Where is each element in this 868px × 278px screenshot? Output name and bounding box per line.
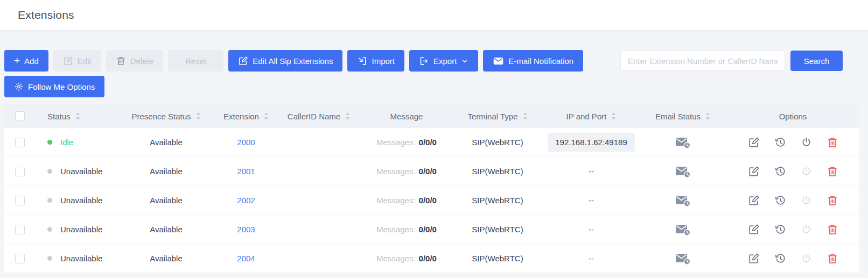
ip-and-port: --	[589, 225, 594, 234]
column-header-presence-status[interactable]: Presence Status	[116, 112, 216, 121]
sort-icon[interactable]	[523, 112, 528, 120]
extension-link[interactable]: 2003	[237, 225, 255, 234]
message-value: 0/0/0	[419, 138, 437, 147]
row-delete-button[interactable]	[827, 253, 838, 265]
row-delete-button[interactable]	[827, 137, 838, 148]
reset-button[interactable]: Reset	[168, 50, 223, 72]
sort-icon[interactable]	[75, 112, 80, 120]
table-body: Idle Available 2000 Messages: 0/0/0 SIP(…	[4, 128, 859, 273]
terminal-type: SIP(WebRTC)	[452, 196, 543, 205]
email-status-icon	[675, 252, 691, 265]
row-checkbox[interactable]	[15, 167, 25, 176]
import-icon	[357, 56, 367, 66]
delete-button[interactable]: Delete	[106, 50, 163, 72]
row-power-button[interactable]	[801, 137, 812, 148]
row-power-button[interactable]	[801, 166, 812, 177]
edit-icon	[238, 56, 248, 66]
row-edit-button[interactable]	[748, 137, 760, 148]
search-group: Search	[620, 51, 843, 71]
row-history-reset-button[interactable]	[774, 137, 786, 148]
toolbar: + Add Edit Delete Reset Edit All Sip Ext…	[4, 31, 859, 97]
message-value: 0/0/0	[419, 254, 437, 263]
page-titlebar: Extensions	[0, 0, 868, 31]
edit-icon	[63, 56, 73, 66]
sort-icon[interactable]	[264, 112, 269, 120]
terminal-type: SIP(WebRTC)	[452, 254, 543, 263]
column-header-status[interactable]: Status	[36, 112, 116, 121]
sort-icon[interactable]	[611, 112, 616, 120]
extension-link[interactable]: 2002	[237, 196, 255, 205]
email-notification-button[interactable]: E-mail Notification	[483, 50, 583, 72]
status-dot	[47, 140, 52, 145]
presence-status: Available	[116, 138, 216, 147]
row-history-reset-button[interactable]	[774, 224, 786, 236]
status-label: Idle	[60, 138, 73, 147]
row-edit-button[interactable]	[748, 224, 760, 236]
edit-button[interactable]: Edit	[53, 50, 101, 72]
search-button[interactable]: Search	[790, 51, 843, 71]
status-dot	[47, 198, 52, 203]
status-dot	[47, 169, 52, 174]
plus-icon: +	[14, 55, 20, 66]
presence-status: Available	[116, 167, 216, 176]
row-edit-button[interactable]	[748, 253, 760, 265]
row-history-reset-button[interactable]	[774, 195, 786, 206]
row-checkbox[interactable]	[15, 254, 25, 263]
row-checkbox[interactable]	[15, 225, 25, 234]
row-edit-button[interactable]	[748, 166, 760, 177]
row-checkbox[interactable]	[15, 196, 25, 205]
row-checkbox[interactable]	[15, 138, 25, 147]
email-status-icon	[675, 194, 691, 207]
row-edit-button[interactable]	[748, 195, 760, 206]
add-button[interactable]: + Add	[4, 50, 48, 72]
email-status-icon	[675, 223, 691, 236]
export-icon	[419, 56, 429, 66]
column-header-terminal-type[interactable]: Terminal Type	[452, 112, 543, 121]
column-header-extension[interactable]: Extension	[216, 112, 276, 121]
table-header-row: Status Presence Status Extension CallerI…	[4, 104, 859, 128]
presence-status: Available	[116, 254, 216, 263]
table-row: Idle Available 2000 Messages: 0/0/0 SIP(…	[4, 128, 859, 157]
row-power-button[interactable]	[801, 195, 812, 206]
table-row: Unavailable Available 2002 Messages: 0/0…	[4, 186, 859, 215]
message-value: 0/0/0	[419, 196, 437, 205]
chevron-down-icon	[461, 57, 468, 65]
follow-me-options-button[interactable]: Follow Me Options	[4, 76, 104, 97]
row-delete-button[interactable]	[827, 224, 838, 236]
table-row: Unavailable Available 2004 Messages: 0/0…	[4, 244, 859, 273]
terminal-type: SIP(WebRTC)	[452, 225, 543, 234]
sort-icon[interactable]	[705, 112, 710, 120]
terminal-type: SIP(WebRTC)	[452, 167, 543, 176]
column-header-options: Options	[726, 112, 859, 121]
extension-link[interactable]: 2004	[237, 254, 255, 263]
row-delete-button[interactable]	[827, 166, 838, 177]
column-header-callerid-name[interactable]: CallerID Name	[276, 112, 361, 121]
ip-and-port: --	[589, 196, 594, 205]
column-header-email-status[interactable]: Email Status	[639, 112, 726, 121]
edit-all-sip-extensions-button[interactable]: Edit All Sip Extensions	[228, 50, 342, 72]
message-label: Messages:	[376, 196, 416, 205]
status-label: Unavailable	[60, 167, 102, 176]
extension-link[interactable]: 2000	[237, 138, 255, 147]
extension-link[interactable]: 2001	[237, 167, 255, 176]
row-power-button[interactable]	[801, 253, 812, 264]
message-label: Messages:	[376, 254, 416, 263]
row-power-button[interactable]	[801, 224, 812, 235]
column-header-ip-and-port[interactable]: IP and Port	[543, 112, 639, 121]
message-label: Messages:	[376, 167, 416, 176]
ip-and-port: 192.168.1.62:49189	[548, 133, 634, 152]
row-delete-button[interactable]	[827, 195, 838, 206]
export-button[interactable]: Export	[409, 50, 478, 72]
select-all-checkbox[interactable]	[15, 111, 25, 121]
import-button[interactable]: Import	[347, 50, 404, 72]
table-row: Unavailable Available 2001 Messages: 0/0…	[4, 157, 859, 186]
row-history-reset-button[interactable]	[774, 166, 786, 177]
presence-status: Available	[116, 196, 216, 205]
ip-and-port: --	[589, 254, 594, 263]
message-value: 0/0/0	[419, 225, 437, 234]
sort-icon[interactable]	[345, 112, 350, 120]
sort-icon[interactable]	[196, 112, 201, 120]
search-input[interactable]	[620, 51, 785, 71]
row-history-reset-button[interactable]	[774, 253, 786, 265]
table-row: Unavailable Available 2003 Messages: 0/0…	[4, 215, 859, 244]
